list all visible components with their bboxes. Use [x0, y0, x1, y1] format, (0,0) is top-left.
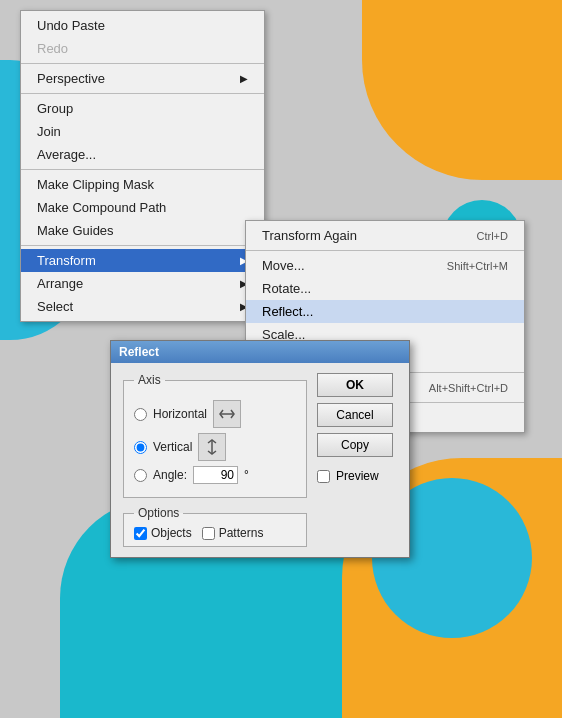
vertical-icon: [198, 433, 226, 461]
reflect-dialog-overlay: Reflect Axis Horizontal: [110, 340, 410, 558]
cancel-button[interactable]: Cancel: [317, 403, 393, 427]
dialog-titlebar: Reflect: [111, 341, 409, 363]
horizontal-radio-row: Horizontal: [134, 400, 296, 428]
menu-item-perspective[interactable]: Perspective ▶: [21, 67, 264, 90]
angle-row: Angle: °: [134, 466, 296, 484]
submenu-item-reflect[interactable]: Reflect...: [246, 300, 524, 323]
ok-button[interactable]: OK: [317, 373, 393, 397]
horizontal-radio[interactable]: [134, 408, 147, 421]
submenu-item-transform-again[interactable]: Transform Again Ctrl+D: [246, 224, 524, 247]
objects-checkbox[interactable]: [134, 527, 147, 540]
preview-checkbox[interactable]: [317, 470, 330, 483]
copy-button[interactable]: Copy: [317, 433, 393, 457]
objects-label[interactable]: Objects: [151, 526, 192, 540]
options-legend: Options: [134, 506, 183, 520]
menu-item-make-guides[interactable]: Make Guides: [21, 219, 264, 242]
angle-label[interactable]: Angle:: [153, 468, 187, 482]
angle-radio[interactable]: [134, 469, 147, 482]
patterns-checkbox[interactable]: [202, 527, 215, 540]
bg-shape-orange-top: [362, 0, 562, 180]
menu-item-undo-paste[interactable]: Undo Paste: [21, 14, 264, 37]
perspective-arrow-icon: ▶: [240, 73, 248, 84]
transform-again-shortcut: Ctrl+D: [477, 230, 508, 242]
axis-legend: Axis: [134, 373, 165, 387]
vertical-radio-row: Vertical: [134, 433, 296, 461]
preview-row: Preview: [317, 469, 397, 483]
menu-item-join[interactable]: Join: [21, 120, 264, 143]
transform-each-shortcut: Alt+Shift+Ctrl+D: [429, 382, 508, 394]
reflect-dialog: Reflect Axis Horizontal: [110, 340, 410, 558]
submenu-item-rotate[interactable]: Rotate...: [246, 277, 524, 300]
horizontal-icon: [213, 400, 241, 428]
menu-item-select[interactable]: Select ▶: [21, 295, 264, 318]
menu-item-redo: Redo: [21, 37, 264, 60]
move-shortcut: Shift+Ctrl+M: [447, 260, 508, 272]
menu-item-make-compound-path[interactable]: Make Compound Path: [21, 196, 264, 219]
angle-input[interactable]: [193, 466, 238, 484]
preview-label[interactable]: Preview: [336, 469, 379, 483]
axis-fieldset: Axis Horizontal: [123, 373, 307, 498]
dialog-body: Axis Horizontal: [111, 363, 409, 557]
dialog-title: Reflect: [119, 345, 159, 359]
angle-unit: °: [244, 468, 249, 482]
horizontal-label[interactable]: Horizontal: [153, 407, 207, 421]
submenu-item-move[interactable]: Move... Shift+Ctrl+M: [246, 254, 524, 277]
menu-separator-2: [21, 93, 264, 94]
submenu-separator-1: [246, 250, 524, 251]
menu-item-transform[interactable]: Transform ▶: [21, 249, 264, 272]
menu-item-arrange[interactable]: Arrange ▶: [21, 272, 264, 295]
vertical-radio[interactable]: [134, 441, 147, 454]
menu-separator-3: [21, 169, 264, 170]
objects-checkbox-item: Objects: [134, 526, 192, 540]
menu-separator-1: [21, 63, 264, 64]
menu-item-group[interactable]: Group: [21, 97, 264, 120]
patterns-checkbox-item: Patterns: [202, 526, 264, 540]
menu-item-make-clipping-mask[interactable]: Make Clipping Mask: [21, 173, 264, 196]
patterns-label[interactable]: Patterns: [219, 526, 264, 540]
context-menu: Undo Paste Redo Perspective ▶ Group Join…: [20, 10, 265, 322]
options-fieldset: Options Objects Patterns: [123, 506, 307, 547]
menu-item-average[interactable]: Average...: [21, 143, 264, 166]
menu-separator-4: [21, 245, 264, 246]
dialog-left-panel: Axis Horizontal: [123, 373, 307, 547]
vertical-label[interactable]: Vertical: [153, 440, 192, 454]
dialog-right-panel: OK Cancel Copy Preview: [317, 373, 397, 547]
options-checkbox-row: Objects Patterns: [134, 526, 296, 540]
